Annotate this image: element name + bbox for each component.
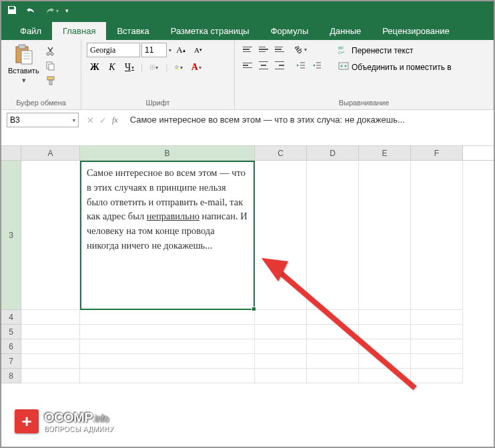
cell-A8[interactable]	[21, 369, 80, 383]
font-name-input[interactable]	[87, 43, 140, 57]
col-header-C[interactable]: C	[255, 146, 307, 160]
cell-C8[interactable]	[255, 369, 307, 383]
svg-rect-2	[21, 51, 32, 64]
font-color-button[interactable]: A▾	[188, 60, 204, 75]
cell-E7[interactable]	[359, 354, 411, 369]
paste-button[interactable]: Вставить ▾	[7, 43, 41, 86]
cell-F5[interactable]	[411, 325, 463, 339]
cell-F4[interactable]	[411, 310, 463, 325]
cell-A7[interactable]	[21, 354, 80, 369]
tab-formulas[interactable]: Формулы	[260, 22, 320, 40]
tab-data[interactable]: Данные	[319, 22, 372, 40]
merge-center-button[interactable]: Объединить и поместить в	[334, 59, 456, 75]
row-header-3[interactable]: 3	[1, 161, 21, 310]
align-top-button[interactable]	[240, 43, 255, 56]
wrap-text-icon: abc↵	[338, 45, 349, 56]
cell-D8[interactable]	[307, 369, 359, 383]
cell-B8[interactable]	[80, 369, 255, 383]
cell-E6[interactable]	[359, 339, 411, 354]
row-header-5[interactable]: 5	[1, 325, 21, 339]
cell-B3-content: Самое интересное во всем этом — что в эт…	[87, 167, 248, 251]
row-header-7[interactable]: 7	[1, 354, 21, 369]
fx-icon[interactable]: fx	[112, 115, 118, 125]
col-header-E[interactable]: E	[359, 146, 411, 160]
tab-file[interactable]: Файл	[9, 22, 52, 40]
col-header-D[interactable]: D	[307, 146, 359, 160]
cell-E8[interactable]	[359, 369, 411, 383]
row-header-4[interactable]: 4	[1, 310, 21, 325]
formula-bar[interactable]: Самое интересное во всем этом — что в эт…	[126, 113, 488, 127]
title-bar: ▾ ▾ ▾	[1, 1, 494, 20]
bold-button[interactable]: Ж	[87, 60, 103, 75]
copy-button[interactable]	[45, 60, 57, 72]
increase-indent-button[interactable]	[310, 59, 324, 72]
tab-insert[interactable]: Вставка	[106, 22, 159, 40]
name-box[interactable]: B3 ▾	[7, 113, 79, 127]
font-size-input[interactable]	[141, 43, 167, 57]
cell-B5[interactable]	[80, 325, 255, 339]
select-all-corner[interactable]	[1, 146, 21, 160]
save-icon[interactable]	[7, 5, 17, 17]
cell-B7[interactable]	[80, 354, 255, 369]
cell-F6[interactable]	[411, 339, 463, 354]
cut-button[interactable]	[45, 45, 57, 57]
svg-point-6	[47, 53, 49, 55]
cell-E4[interactable]	[359, 310, 411, 325]
decrease-font-button[interactable]: A▾	[190, 43, 206, 57]
watermark-main: OCOMP	[44, 410, 93, 425]
cell-C7[interactable]	[255, 354, 307, 369]
col-header-A[interactable]: A	[21, 146, 80, 160]
cell-C3[interactable]	[255, 161, 307, 310]
row-header-8[interactable]: 8	[1, 369, 21, 383]
svg-rect-11	[49, 80, 52, 85]
decrease-indent-button[interactable]	[294, 59, 308, 72]
cell-E3[interactable]	[359, 161, 411, 310]
cell-B6[interactable]	[80, 339, 255, 354]
selected-cell-B3[interactable]: Самое интересное во всем этом — что в эт…	[80, 161, 255, 310]
cell-C6[interactable]	[255, 339, 307, 354]
wrap-text-button[interactable]: abc↵ Перенести текст	[334, 43, 456, 58]
fill-color-button[interactable]: ▾	[171, 60, 187, 75]
cell-A5[interactable]	[21, 325, 80, 339]
align-bottom-button[interactable]	[272, 43, 287, 56]
cell-F3[interactable]	[411, 161, 463, 310]
tab-home[interactable]: Главная	[52, 22, 106, 40]
row-header-6[interactable]: 6	[1, 339, 21, 354]
align-middle-button[interactable]	[256, 43, 271, 56]
underline-button[interactable]: Ч▾	[121, 60, 137, 75]
cancel-formula-icon[interactable]: ✕	[87, 115, 94, 125]
align-left-button[interactable]	[240, 59, 255, 72]
italic-button[interactable]: К	[104, 60, 120, 75]
cell-D7[interactable]	[307, 354, 359, 369]
format-painter-button[interactable]	[45, 75, 57, 87]
redo-button[interactable]: ▾	[45, 6, 59, 15]
col-header-F[interactable]: F	[411, 146, 463, 160]
cell-A4[interactable]	[21, 310, 80, 325]
customize-qat-icon[interactable]: ▾	[65, 7, 69, 14]
cell-F7[interactable]	[411, 354, 463, 369]
cell-C4[interactable]	[255, 310, 307, 325]
spreadsheet-grid: A B C D E F 3 4 5 6 7 8 Самое интересное…	[1, 146, 494, 383]
col-header-B[interactable]: B	[80, 146, 255, 160]
svg-rect-1	[19, 45, 25, 49]
align-center-button[interactable]	[256, 59, 271, 72]
borders-button[interactable]: ▾	[146, 60, 162, 75]
cell-C5[interactable]	[255, 325, 307, 339]
cell-D5[interactable]	[307, 325, 359, 339]
cell-A3[interactable]	[21, 161, 80, 310]
cell-E5[interactable]	[359, 325, 411, 339]
enter-formula-icon[interactable]: ✓	[99, 115, 107, 125]
cell-F8[interactable]	[411, 369, 463, 383]
cell-D3[interactable]	[307, 161, 359, 310]
undo-button[interactable]: ▾	[25, 6, 39, 15]
tab-review[interactable]: Рецензирование	[372, 22, 460, 40]
align-right-button[interactable]	[272, 59, 287, 72]
increase-font-button[interactable]: A▴	[173, 43, 189, 57]
tab-layout[interactable]: Разметка страницы	[160, 22, 260, 40]
cell-D4[interactable]	[307, 310, 359, 325]
cell-D6[interactable]	[307, 339, 359, 354]
cell-B4[interactable]	[80, 310, 255, 325]
fill-handle[interactable]	[252, 307, 256, 311]
orientation-button[interactable]: ab▾	[294, 43, 308, 56]
cell-A6[interactable]	[21, 339, 80, 354]
